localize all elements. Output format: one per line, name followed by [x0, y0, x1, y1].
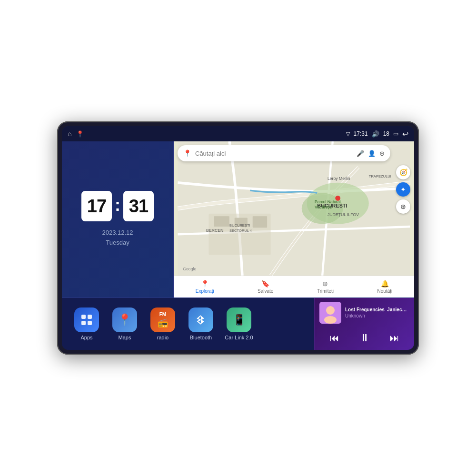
clock-minute: 31 [123, 191, 154, 221]
svg-point-16 [335, 196, 340, 201]
next-button[interactable]: ⏭ [386, 329, 403, 347]
map-nav-explore[interactable]: 📍 Explorați [196, 280, 214, 294]
map-background: BUCUREȘTI JUDEȚUL ILFOV BERCENI TRAPEZUL… [174, 141, 414, 276]
apps-icon [74, 307, 99, 332]
svg-rect-4 [214, 216, 229, 227]
svg-text:SECTORUL 4: SECTORUL 4 [229, 228, 252, 233]
app-item-apps[interactable]: Apps [68, 307, 106, 340]
bluetooth-label: Bluetooth [190, 335, 212, 340]
carlink-label: Car Link 2.0 [225, 335, 253, 340]
map-search-bar[interactable]: 📍 🎤 👤 ⊕ [178, 145, 390, 161]
battery-level: 18 [383, 130, 389, 137]
maps-icon: 📍 [112, 307, 137, 332]
svg-point-24 [324, 316, 337, 324]
status-bar: ⌂ 📍 ▽ 17:31 🔊 18 ▭ ↩ [62, 126, 414, 141]
signal-icon: ▽ [346, 131, 350, 137]
app-item-bluetooth[interactable]: Bluetooth [182, 307, 220, 340]
explore-label: Explorați [196, 288, 214, 294]
maps-status-icon[interactable]: 📍 [76, 130, 84, 138]
bluetooth-icon [188, 307, 213, 332]
maps-pin-icon: 📍 [183, 149, 191, 157]
svg-text:JUDEȚUL ILFOV: JUDEȚUL ILFOV [327, 212, 359, 217]
app-item-radio[interactable]: FM 📻 radio [144, 307, 182, 340]
svg-point-23 [326, 306, 335, 315]
svg-rect-21 [88, 321, 92, 325]
svg-text:TRAPEZULUI: TRAPEZULUI [369, 174, 391, 178]
svg-rect-19 [88, 315, 92, 319]
music-panel: Lost Frequencies_Janieck Devy-... Unknow… [314, 298, 414, 350]
svg-text:Văcărești: Văcărești [315, 205, 332, 209]
apps-label: Apps [80, 335, 92, 340]
music-info-row: Lost Frequencies_Janieck Devy-... Unknow… [319, 302, 409, 324]
map-nav-news[interactable]: 🔔 Noutăți [377, 280, 393, 294]
main-area: 17 : 31 2023.12.12 Tuesday 📍 🎤 [62, 141, 414, 350]
locate-btn[interactable]: ⊕ [396, 199, 410, 214]
svg-rect-18 [81, 315, 86, 319]
clock-panel: 17 : 31 2023.12.12 Tuesday [62, 141, 174, 298]
account-icon[interactable]: 👤 [368, 150, 376, 157]
bottom-row: Apps 📍 Maps FM 📻 radio [62, 298, 414, 350]
saved-label: Salvate [258, 288, 273, 294]
music-title: Lost Frequencies_Janieck Devy-... [345, 307, 409, 312]
svg-rect-6 [253, 216, 267, 228]
device-frame: ⌂ 📍 ▽ 17:31 🔊 18 ▭ ↩ 17 : 31 [57, 121, 419, 355]
home-icon[interactable]: ⌂ [68, 130, 71, 138]
maps-label: Maps [119, 335, 131, 340]
news-label: Noutăți [377, 288, 393, 294]
map-bottom-bar: 📍 Explorați 🔖 Salvate ⊕ Trimiteți 🔔 [174, 276, 414, 298]
top-row: 17 : 31 2023.12.12 Tuesday 📍 🎤 [62, 141, 414, 298]
map-controls: 🧭 ✦ ⊕ [396, 165, 410, 214]
explore-icon: 📍 [201, 280, 209, 288]
status-time: 17:31 [354, 130, 368, 137]
carlink-icon: 📱 [227, 307, 251, 332]
music-details: Lost Frequencies_Janieck Devy-... Unknow… [345, 307, 409, 318]
svg-text:BUCUREȘTI: BUCUREȘTI [229, 223, 250, 228]
map-search-input[interactable] [195, 150, 353, 157]
clock-display: 17 : 31 [81, 191, 154, 221]
radio-icon: FM 📻 [150, 307, 175, 332]
svg-rect-20 [81, 321, 86, 325]
layers-icon[interactable]: ⊕ [379, 150, 385, 157]
svg-text:Google: Google [183, 267, 196, 271]
svg-text:BERCENI: BERCENI [206, 228, 224, 233]
news-icon: 🔔 [381, 280, 389, 288]
device-screen: ⌂ 📍 ▽ 17:31 🔊 18 ▭ ↩ 17 : 31 [62, 126, 414, 350]
volume-icon[interactable]: 🔊 [372, 130, 379, 138]
clock-date: 2023.12.12 Tuesday [102, 228, 133, 248]
navigate-btn[interactable]: ✦ [396, 182, 410, 197]
apps-row: Apps 📍 Maps FM 📻 radio [62, 298, 314, 350]
send-label: Trimiteți [317, 288, 334, 294]
mic-icon[interactable]: 🎤 [357, 150, 364, 157]
map-nav-saved[interactable]: 🔖 Salvate [258, 280, 273, 294]
music-thumbnail [319, 302, 341, 324]
compass-btn[interactable]: 🧭 [396, 165, 410, 179]
saved-icon: 🔖 [261, 280, 269, 288]
prev-button[interactable]: ⏮ [326, 329, 343, 347]
app-item-maps[interactable]: 📍 Maps [106, 307, 144, 340]
back-icon[interactable]: ↩ [402, 129, 408, 139]
svg-text:Leroy Merlin: Leroy Merlin [327, 176, 350, 181]
clock-hour: 17 [81, 191, 112, 221]
radio-label: radio [157, 335, 169, 340]
music-controls: ⏮ ⏸ ⏭ [319, 329, 409, 347]
map-panel[interactable]: 📍 🎤 👤 ⊕ [174, 141, 414, 298]
status-right: ▽ 17:31 🔊 18 ▭ ↩ [346, 129, 408, 139]
map-nav-send[interactable]: ⊕ Trimiteți [317, 280, 334, 294]
send-icon: ⊕ [322, 280, 328, 288]
music-artist: Unknown [345, 313, 409, 318]
status-left: ⌂ 📍 [68, 130, 84, 138]
app-item-carlink[interactable]: 📱 Car Link 2.0 [220, 307, 258, 340]
battery-icon: ▭ [393, 130, 398, 137]
svg-rect-0 [178, 141, 410, 276]
play-pause-button[interactable]: ⏸ [356, 329, 373, 347]
clock-colon: : [115, 195, 120, 215]
